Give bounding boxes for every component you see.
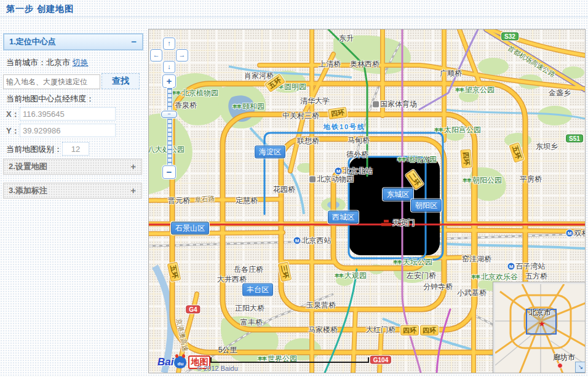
panel-locate-center-header[interactable]: 1.定位中心点 − — [3, 33, 143, 50]
district-badge[interactable]: 海淀区 — [255, 146, 285, 159]
panel-add-marker-title: 3.添加标注 — [4, 186, 47, 195]
map-label: 富丰桥 — [240, 317, 263, 328]
map-label: 丰丰地坛公园 — [397, 154, 437, 165]
minimap-star-icon: ★ — [538, 319, 546, 328]
baidu-logo-bai: Bai — [157, 356, 173, 368]
map-label: 丰丰朝阳公园 — [463, 175, 502, 186]
panel-map-settings-title: 2.设置地图 — [4, 162, 47, 171]
zoom-slider-track[interactable] — [167, 88, 172, 172]
map-viewport[interactable]: 东升肖家河桥上清桥奥林西桥广顺桥香泉桥清华大学中关村三桥金盏乡联想桥马甸桥德外桥… — [148, 29, 586, 373]
map-label: 丰丰大观园 — [335, 271, 367, 281]
park-icon: 丰丰 — [397, 156, 406, 162]
map-label: 丰丰天坛公园 — [393, 257, 432, 268]
pan-down-button[interactable]: ↓ — [163, 61, 175, 73]
search-button[interactable]: 查找 — [101, 73, 140, 89]
zoom-in-button[interactable]: + — [162, 74, 176, 88]
map-label: 上清桥 — [319, 59, 341, 69]
map-label: 平房桥 — [520, 174, 542, 185]
map-label: 分钟寺桥 — [423, 282, 453, 292]
page-title: 第一步 创建地图 — [6, 4, 74, 15]
highway-route-badge: G4 — [186, 306, 200, 314]
map-label: M百子湾站 — [508, 261, 546, 272]
panel-map-settings-header[interactable]: 2.设置地图 + — [3, 159, 142, 175]
map-label: 阜石路 — [194, 194, 215, 205]
zoo-icon — [309, 176, 316, 182]
map-label: 东坝乡 — [536, 141, 558, 152]
map-label: 广顺桥 — [440, 68, 462, 79]
district-badge[interactable]: 朝阳区 — [411, 199, 442, 212]
map-label: 金盏乡 — [549, 88, 571, 98]
map-label: 大井西桥 — [217, 274, 247, 285]
map-label: 德外桥 — [346, 149, 368, 160]
search-input[interactable] — [3, 74, 100, 89]
minimap-city2-dot — [557, 363, 563, 368]
district-badge[interactable]: 石景山区 — [171, 222, 209, 235]
pan-up-button[interactable]: ↑ — [163, 38, 175, 50]
map-label: 香泉桥 — [175, 100, 197, 111]
scale-label: 5公里 — [218, 345, 237, 355]
current-city-row: 当前城市：北京市 切换 — [6, 57, 89, 68]
district-badge[interactable]: 东城区 — [383, 188, 413, 201]
pan-left-button[interactable]: ← — [150, 49, 162, 62]
map-label: 窑洼湖桥 — [462, 254, 491, 264]
highway-route-badge: S32 — [501, 33, 518, 41]
map-label: 小武基桥 — [457, 288, 487, 298]
zoom-slider-handle[interactable]: − — [161, 111, 177, 118]
district-badge[interactable]: 西城区 — [328, 211, 359, 224]
header-divider — [0, 17, 588, 17]
expand-icon[interactable]: + — [130, 159, 136, 174]
map-label: 地铁10号线 — [324, 122, 365, 132]
panel-add-marker-header[interactable]: 3.添加标注 + — [3, 183, 142, 199]
map-label: 北京动物园 — [309, 174, 354, 185]
map-label: 岳各庄桥 — [234, 264, 263, 275]
map-label: 国家体育场 — [373, 99, 417, 109]
y-coordinate-field[interactable] — [20, 124, 116, 137]
map-label: 清华大学 — [300, 96, 330, 106]
map-label: 五方桥 — [525, 271, 547, 282]
map-label: 八大处公园 — [148, 145, 185, 155]
map-label: 定慧桥 — [236, 196, 258, 206]
metro-icon: M — [566, 230, 573, 237]
map-label: 肖家河桥 — [244, 71, 274, 81]
park-icon: 丰丰 — [463, 177, 471, 183]
zoom-out-button[interactable]: − — [162, 165, 176, 179]
scale-bar — [210, 358, 369, 363]
poi-icon — [373, 101, 379, 107]
park-icon: 丰丰 — [455, 87, 464, 93]
park-icon: 丰丰 — [232, 103, 241, 109]
x-coordinate-field[interactable] — [20, 107, 116, 121]
map-label: 晋元桥 — [168, 196, 190, 206]
minimap-overview[interactable]: 北京市 ★ 廊坊市 ↘ — [493, 282, 586, 373]
collapse-icon[interactable]: − — [131, 34, 137, 49]
ring-road-badge: 四环 — [400, 325, 419, 336]
metro-icon: M — [508, 263, 515, 270]
tam-icon — [381, 220, 391, 226]
minimap-collapse-button[interactable]: ↘ — [575, 362, 586, 373]
metro-icon: M — [294, 237, 301, 244]
minimap-city2-label: 廊坊市 — [553, 352, 575, 363]
map-label: 联想桥 — [297, 136, 319, 146]
pan-right-button[interactable]: → — [176, 49, 188, 62]
map-label: 奥林西桥 — [350, 59, 379, 69]
switch-city-link[interactable]: 切换 — [73, 58, 89, 67]
map-label: 左安门桥 — [407, 271, 436, 281]
map-label: M双桥 — [566, 228, 586, 239]
panel-locate-center-title: 1.定位中心点 — [4, 37, 56, 46]
expand-icon[interactable]: + — [130, 183, 136, 198]
map-label: 中关村三桥 — [282, 111, 319, 121]
current-city-label: 当前城市： — [6, 58, 46, 67]
map-level-field[interactable] — [62, 142, 89, 156]
baidu-paw-icon: du — [174, 356, 186, 368]
map-label: M北京西站 — [294, 236, 332, 246]
park-icon: 丰丰 — [335, 272, 343, 279]
map-label: 丰丰北京欢乐谷 — [471, 272, 518, 282]
district-badge[interactable]: 丰台区 — [242, 284, 273, 296]
map-copyright: © 2012 Baidu — [197, 365, 238, 372]
highway-route-badge: G104 — [370, 356, 391, 364]
ring-road-badge: 四环 — [460, 149, 472, 168]
center-coords-label: 当前地图中心点经纬度： — [6, 93, 94, 105]
current-city-value: 北京市 — [46, 58, 70, 67]
map-label: 大红门桥 — [366, 325, 395, 335]
park-icon: 丰丰 — [471, 274, 480, 280]
map-label: 丰丰望京公园 — [455, 85, 495, 95]
